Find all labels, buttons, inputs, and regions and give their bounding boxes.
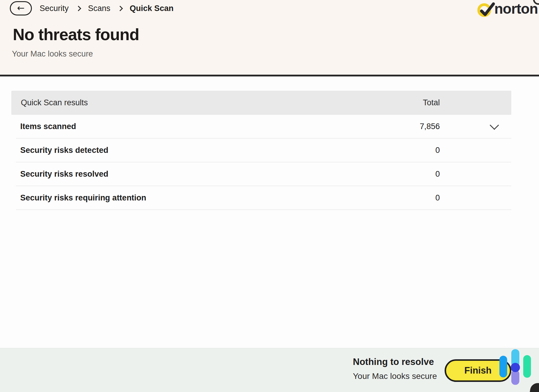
page-title: No threats found bbox=[13, 25, 139, 44]
breadcrumb-item-quick-scan: Quick Scan bbox=[130, 4, 174, 13]
breadcrumb-item-security[interactable]: Security bbox=[40, 4, 69, 13]
row-value: 0 bbox=[435, 146, 440, 155]
finish-button[interactable]: Finish bbox=[445, 359, 511, 382]
breadcrumb: ← Security Scans Quick Scan bbox=[10, 0, 174, 17]
deco-dot-blue bbox=[511, 363, 520, 372]
table-header-title: Quick Scan results bbox=[21, 98, 88, 107]
row-label: Security risks requiring attention bbox=[20, 193, 146, 203]
footer-status-subtitle: Your Mac looks secure bbox=[353, 371, 437, 381]
breadcrumb-item-scans[interactable]: Scans bbox=[88, 4, 110, 13]
chevron-right-icon bbox=[117, 6, 123, 11]
scan-results-table: Quick Scan results Total Items scanned 7… bbox=[11, 91, 511, 210]
back-arrow-icon: ← bbox=[17, 4, 24, 12]
footer-status-title: Nothing to resolve bbox=[353, 357, 437, 367]
row-value: 7,856 bbox=[420, 122, 440, 131]
norton-logo: norton bbox=[477, 1, 538, 17]
footer-status: Nothing to resolve Your Mac looks secure bbox=[353, 357, 437, 381]
norton-wordmark: norton bbox=[494, 2, 538, 16]
norton-quick-scan-window: ← Security Scans Quick Scan norton No th… bbox=[0, 0, 539, 392]
chevron-down-icon[interactable] bbox=[490, 120, 499, 130]
page-subtitle: Your Mac looks secure bbox=[12, 49, 93, 59]
table-row-items-scanned[interactable]: Items scanned 7,856 bbox=[16, 115, 511, 139]
chevron-right-icon bbox=[76, 6, 81, 11]
row-value: 0 bbox=[435, 193, 440, 203]
footer-bar: Nothing to resolve Your Mac looks secure… bbox=[0, 348, 539, 392]
table-row-risks-detected: Security risks detected 0 bbox=[16, 139, 511, 162]
table-header-row: Quick Scan results Total bbox=[11, 91, 511, 115]
norton-check-icon bbox=[477, 3, 492, 17]
table-row-risks-resolved: Security risks resolved 0 bbox=[16, 162, 511, 186]
header: ← Security Scans Quick Scan norton No th… bbox=[0, 0, 539, 76]
corner-swoosh-decoration bbox=[529, 382, 539, 392]
table-row-risks-requiring-attention: Security risks requiring attention 0 bbox=[16, 186, 511, 210]
deco-bar-green bbox=[523, 355, 531, 378]
deco-bar-purple bbox=[511, 370, 519, 385]
row-label: Security risks resolved bbox=[20, 170, 108, 179]
row-label: Items scanned bbox=[20, 122, 76, 131]
row-value: 0 bbox=[435, 170, 440, 179]
table-header-total: Total bbox=[423, 98, 440, 107]
back-button[interactable]: ← bbox=[10, 1, 32, 15]
deco-bar-cyan bbox=[511, 349, 519, 367]
row-label: Security risks detected bbox=[20, 146, 108, 155]
